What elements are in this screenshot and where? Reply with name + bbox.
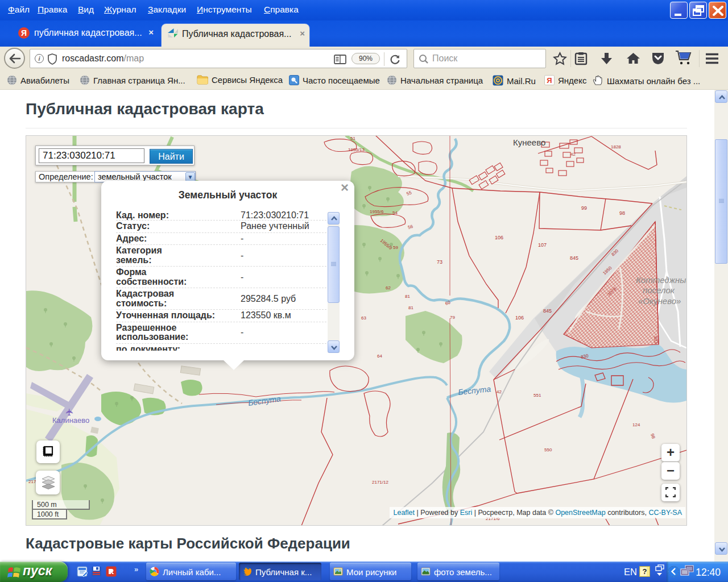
svg-text:106: 106	[515, 315, 524, 321]
svg-text:551: 551	[533, 393, 541, 398]
svg-text:51: 51	[350, 136, 355, 141]
svg-text:124: 124	[632, 422, 640, 427]
svg-text:1955/6: 1955/6	[370, 209, 384, 214]
svg-text:81: 81	[408, 305, 413, 310]
svg-text:42: 42	[497, 389, 502, 394]
svg-text:845: 845	[543, 308, 552, 314]
svg-text:42: 42	[570, 152, 576, 157]
svg-text:Коттеджный: Коттеджный	[636, 275, 686, 285]
svg-text:106: 106	[495, 235, 503, 240]
svg-text:«Окунево»: «Окунево»	[638, 296, 681, 306]
svg-text:Кунеево: Кунеево	[513, 138, 545, 147]
svg-text:54: 54	[392, 210, 398, 215]
svg-text:Я: Я	[547, 76, 552, 85]
svg-text:✈: ✈	[64, 408, 75, 416]
svg-text:98: 98	[619, 210, 625, 216]
svg-text:81: 81	[405, 294, 410, 299]
svg-text:107: 107	[538, 242, 547, 248]
svg-text:1828: 1828	[611, 144, 621, 149]
svg-text:845: 845	[570, 255, 578, 261]
svg-text:63: 63	[361, 315, 366, 321]
svg-text:79: 79	[450, 315, 455, 320]
svg-text:99: 99	[581, 205, 587, 211]
svg-text:73: 73	[437, 259, 442, 265]
svg-text:59: 59	[393, 245, 398, 250]
svg-text:2171/12: 2171/12	[372, 480, 388, 485]
svg-text:64: 64	[377, 354, 382, 359]
svg-text:Калинаево: Калинаево	[52, 416, 89, 425]
svg-text:?: ?	[643, 567, 647, 576]
svg-text:1955/13: 1955/13	[348, 147, 365, 152]
svg-text:823: 823	[653, 336, 659, 344]
svg-text:поселок: поселок	[643, 285, 675, 295]
svg-text:62: 62	[386, 285, 391, 290]
svg-text:550: 550	[544, 447, 552, 452]
